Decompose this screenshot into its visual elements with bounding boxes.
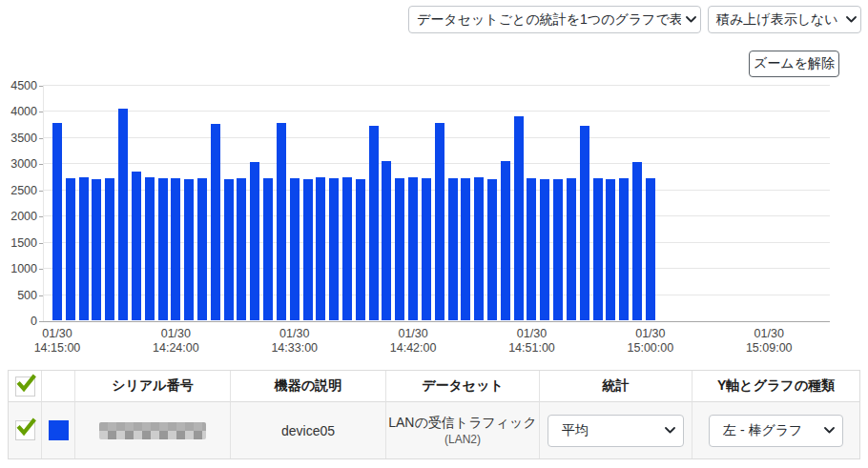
header-yaxis-graph-type: Y軸とグラフの種類 <box>692 371 859 402</box>
y-tick-mark <box>39 164 43 165</box>
header-color <box>42 371 75 402</box>
bar <box>474 177 484 320</box>
bar <box>329 178 339 320</box>
y-tick-label: 2000 <box>10 210 37 223</box>
bar <box>593 178 603 320</box>
bar <box>356 179 365 320</box>
row-statistic-cell: 平均 <box>540 402 692 458</box>
bar <box>277 123 286 320</box>
row-checkbox-cell <box>9 402 42 458</box>
y-tick-mark <box>39 191 43 192</box>
stacking-mode-select-value: 積み上げ表示しない <box>709 11 841 29</box>
y-tick-label: 2500 <box>10 184 37 197</box>
display-mode-select-value: データセットごとの統計を1つのグラフで表示 <box>409 11 681 29</box>
bar <box>171 178 180 320</box>
bar <box>316 177 325 320</box>
dataset-subname: (LAN2) <box>444 431 481 448</box>
bar <box>237 178 246 320</box>
yaxis-graph-type-select[interactable]: 左 - 棒グラフ <box>709 415 843 447</box>
chevron-down-icon <box>816 427 842 434</box>
bar <box>132 172 141 320</box>
bar <box>303 179 313 320</box>
x-tick-label: 01/3014:24:00 <box>137 327 214 356</box>
y-tick-label: 500 <box>17 289 37 302</box>
y-tick-label: 3500 <box>10 132 37 145</box>
y-axis-labels: 050010001500200025003000350040004500 <box>0 86 37 321</box>
chevron-down-icon <box>656 427 683 434</box>
y-tick-mark <box>39 112 43 112</box>
gridline <box>43 85 830 86</box>
bar <box>105 178 114 320</box>
dataset-table: シリアル番号 機器の説明 データセット 統計 Y軸とグラフの種類 device0… <box>8 370 860 459</box>
row-serial-cell <box>75 402 231 458</box>
zoom-reset-button[interactable]: ズームを解除 <box>749 51 839 77</box>
row-dataset-cell: LANの受信トラフィック (LAN2) <box>386 402 540 458</box>
bar <box>382 161 391 320</box>
statistic-select[interactable]: 平均 <box>548 415 684 447</box>
y-tick-label: 4000 <box>10 105 37 118</box>
x-tick-label: 01/3014:51:00 <box>493 327 569 356</box>
bar <box>514 116 524 320</box>
y-tick-mark <box>39 138 43 139</box>
bar <box>408 177 418 320</box>
bar <box>553 179 563 320</box>
traffic-bar-chart: 050010001500200025003000350040004500 01/… <box>0 81 868 367</box>
header-device-description: 機器の説明 <box>231 371 386 402</box>
row-yaxis-graph-cell: 左 - 棒グラフ <box>692 402 859 458</box>
chevron-down-icon <box>681 16 700 23</box>
yaxis-graph-type-select-value: 左 - 棒グラフ <box>710 422 816 439</box>
bar <box>435 123 444 320</box>
bar <box>250 162 259 320</box>
bar <box>79 177 89 320</box>
x-tick-label: 01/3015:00:00 <box>612 327 689 356</box>
bar <box>619 178 629 320</box>
bar <box>263 178 273 320</box>
redacted-serial-number <box>99 422 206 439</box>
y-tick-mark <box>39 321 43 322</box>
bar <box>158 178 168 320</box>
statistic-select-value: 平均 <box>548 422 656 439</box>
x-tick-label: 01/3014:33:00 <box>257 327 333 356</box>
bar <box>646 178 655 320</box>
y-tick-mark <box>39 216 43 217</box>
y-tick-mark <box>39 295 43 296</box>
header-select-all <box>9 371 42 402</box>
bar <box>422 178 431 320</box>
bar <box>487 179 497 320</box>
row-color-cell <box>42 402 75 458</box>
plot-area <box>43 86 830 321</box>
bar <box>342 177 352 320</box>
chevron-down-icon <box>841 16 860 23</box>
header-statistic: 統計 <box>540 371 692 402</box>
bar <box>118 109 128 320</box>
select-all-checkbox[interactable] <box>15 376 35 397</box>
bar <box>197 178 207 320</box>
y-tick-mark <box>39 86 43 87</box>
stacking-mode-select[interactable]: 積み上げ表示しない <box>708 6 861 33</box>
bar <box>632 162 642 320</box>
bar <box>224 179 234 320</box>
x-axis-labels: 01/3014:15:0001/3014:24:0001/3014:33:000… <box>0 327 868 361</box>
x-axis-line <box>43 321 830 322</box>
y-tick-label: 0 <box>31 315 37 328</box>
header-serial: シリアル番号 <box>75 371 231 402</box>
bar <box>92 179 101 320</box>
y-tick-label: 3000 <box>10 157 37 171</box>
page: データセットごとの統計を1つのグラフで表示 積み上げ表示しない ズームを解除 0… <box>0 0 868 468</box>
bar <box>448 178 458 320</box>
bar <box>501 161 510 320</box>
bar <box>290 178 300 320</box>
bar <box>580 126 589 320</box>
bar <box>184 179 194 320</box>
series-color-swatch <box>49 420 69 440</box>
header-dataset: データセット <box>386 371 540 402</box>
row-device-description: device05 <box>231 402 386 458</box>
row-checkbox[interactable] <box>15 420 35 440</box>
bar <box>369 126 379 320</box>
bar <box>145 177 155 320</box>
display-mode-select[interactable]: データセットごとの統計を1つのグラフで表示 <box>408 6 701 33</box>
bar <box>66 178 75 320</box>
y-tick-mark <box>39 243 43 244</box>
bar <box>395 178 404 320</box>
x-tick-label: 01/3014:15:00 <box>19 327 95 356</box>
